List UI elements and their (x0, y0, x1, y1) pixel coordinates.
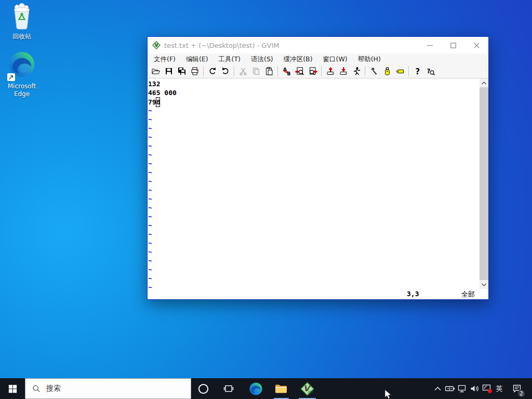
battery-icon (445, 383, 456, 394)
windows-logo-icon (8, 384, 17, 393)
toolbar-run-script-button[interactable] (350, 65, 363, 77)
task-view-button[interactable] (217, 378, 240, 399)
menu-buffers[interactable]: 缓冲区(B) (278, 54, 318, 64)
desktop-icon-recycle-bin[interactable]: 回收站 (0, 3, 44, 41)
minimize-button[interactable] (418, 37, 442, 54)
toolbar-open-button[interactable] (149, 65, 162, 77)
menu-help[interactable]: 帮助(H) (353, 54, 386, 64)
taskbar-app-edge[interactable] (244, 378, 267, 399)
menu-window[interactable]: 窗口(W) (318, 54, 353, 64)
taskbar-search-input[interactable]: 搜索 (25, 378, 191, 399)
print-icon (190, 66, 200, 76)
taskbar-app-gvim[interactable]: V im (296, 378, 318, 399)
toolbar-paste-button[interactable] (262, 65, 275, 77)
screen-cast-tray-button[interactable] (481, 378, 494, 399)
menu-bar: 文件(F)编辑(E)工具(T)语法(S)缓冲区(B)窗口(W)帮助(H) (148, 54, 488, 64)
empty-line-tilde: ~ (148, 283, 480, 289)
find-next-icon (295, 66, 304, 76)
build-tags-icon (382, 66, 392, 76)
toolbar-jump-tag-button[interactable] (393, 65, 406, 77)
find-replace-icon: AB (282, 66, 291, 76)
start-button[interactable] (0, 378, 25, 399)
svg-text:V: V (155, 43, 158, 48)
load-session-icon (326, 66, 335, 76)
toolbar-find-prev-button[interactable] (306, 65, 319, 77)
buffer-line[interactable]: 465 000 (148, 88, 480, 97)
toolbar-find-replace-button[interactable]: AB (280, 65, 293, 77)
maximize-button[interactable] (442, 37, 465, 54)
search-placeholder: 搜索 (46, 384, 61, 393)
scrollbar-thumb[interactable] (480, 87, 488, 280)
empty-line-tilde: ~ (148, 247, 480, 256)
toolbar-make-button[interactable] (367, 65, 380, 77)
close-icon (474, 43, 480, 48)
empty-line-tilde: ~ (148, 115, 480, 124)
copy-icon (251, 66, 261, 76)
toolbar-print-button[interactable] (188, 65, 201, 77)
scroll-down-button[interactable] (480, 280, 488, 289)
empty-line-tilde: ~ (148, 185, 480, 194)
desktop-icon-microsoft-edge[interactable]: Microsoft Edge (0, 51, 44, 98)
hidden-icons-button[interactable] (431, 378, 444, 399)
toolbar-copy-button (249, 65, 262, 77)
toolbar-find-help-button[interactable]: ? (424, 65, 437, 77)
vertical-scrollbar[interactable] (480, 78, 488, 289)
taskbar-app-file-explorer[interactable] (270, 378, 292, 399)
volume-tray-button[interactable] (469, 378, 481, 399)
editor-area[interactable]: 132465 000798~~~~~~~~~~~~~~~~~~~~~ (148, 78, 488, 289)
ime-language-label: 英 (496, 384, 503, 393)
toolbar-separator (277, 66, 278, 76)
empty-line-tilde: ~ (148, 106, 480, 115)
menu-syntax[interactable]: 语法(S) (246, 54, 278, 64)
toolbar-cut-button (236, 65, 249, 77)
toolbar-undo-button[interactable] (206, 65, 219, 77)
status-bar: 3,3 全部 (148, 289, 488, 299)
buffer-line[interactable]: 132 (148, 79, 480, 88)
cortana-button[interactable] (192, 378, 215, 399)
toolbar-separator (321, 66, 322, 76)
edge-label: Microsoft Edge (0, 83, 44, 98)
menu-tools[interactable]: 工具(T) (214, 54, 246, 64)
network-icon (457, 383, 468, 394)
toolbar-help-button[interactable]: ? (411, 65, 424, 77)
empty-line-tilde: ~ (148, 230, 480, 238)
empty-line-tilde: ~ (148, 168, 480, 177)
toolbar-separator (365, 66, 365, 76)
text-buffer[interactable]: 132465 000798~~~~~~~~~~~~~~~~~~~~~ (148, 78, 480, 289)
toolbar-separator (234, 66, 234, 76)
network-tray-button[interactable] (456, 378, 469, 399)
svg-text:?: ? (427, 68, 430, 75)
task-view-icon (223, 383, 234, 394)
empty-line-tilde: ~ (148, 221, 480, 230)
screen-cast-icon (482, 383, 493, 394)
cursor-position-ruler: 3,3 (407, 290, 419, 298)
find-help-icon: ? (426, 66, 435, 76)
toolbar-build-tags-button[interactable] (380, 65, 393, 77)
gvim-taskbar-icon: V im (300, 382, 314, 396)
toolbar-separator (408, 66, 409, 76)
toolbar-load-session-button[interactable] (324, 65, 337, 77)
toolbar-save-all-button[interactable] (175, 65, 188, 77)
help-icon: ? (413, 66, 422, 76)
volume-icon (470, 383, 480, 394)
ime-language-button[interactable]: 英 (494, 378, 505, 399)
buffer-line[interactable]: 798 (148, 97, 480, 106)
toolbar-redo-button[interactable] (219, 65, 232, 77)
scroll-up-button[interactable] (480, 78, 488, 87)
close-button[interactable] (465, 37, 488, 54)
toolbar-save-session-button[interactable] (337, 65, 350, 77)
empty-line-tilde: ~ (148, 203, 480, 212)
menu-file[interactable]: 文件(F) (149, 54, 181, 64)
empty-line-tilde: ~ (148, 194, 480, 203)
run-script-icon (352, 66, 361, 76)
toolbar-find-next-button[interactable] (293, 65, 306, 77)
title-bar[interactable]: V test.txt + (~\Desktop\test) - GVIM (148, 37, 488, 54)
empty-line-tilde: ~ (148, 150, 480, 159)
empty-line-tilde: ~ (148, 274, 480, 283)
battery-tray-button[interactable] (444, 378, 456, 399)
toolbar-save-button[interactable] (162, 65, 175, 77)
save-all-icon (177, 66, 187, 76)
menu-edit[interactable]: 编辑(E) (181, 54, 214, 64)
empty-line-tilde: ~ (148, 124, 480, 132)
find-prev-icon (308, 66, 317, 76)
